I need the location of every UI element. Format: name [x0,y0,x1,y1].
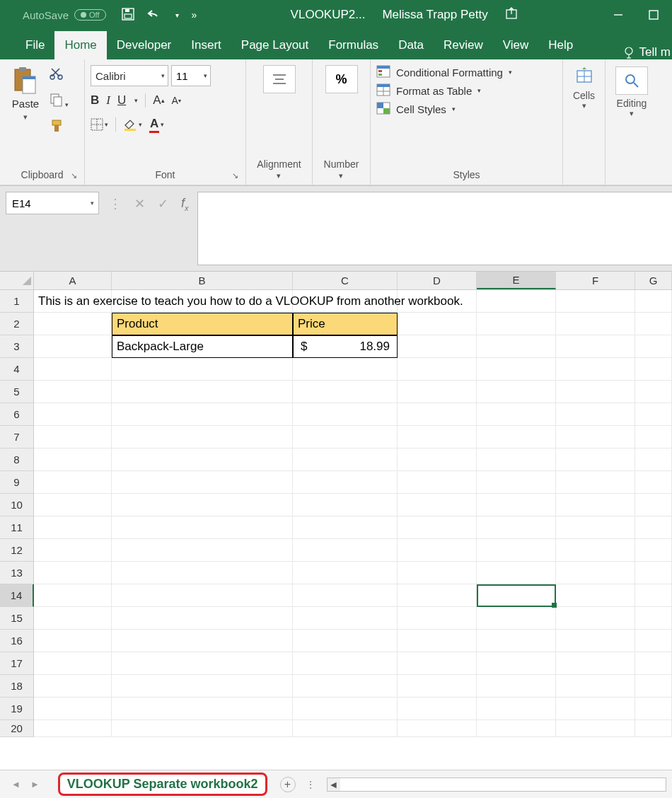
cell[interactable] [477,313,556,335]
cell[interactable] [34,698,112,720]
font-name-select[interactable]: Calibri▾ [91,65,168,86]
conditional-formatting-button[interactable]: Conditional Formatting▾ [376,65,512,79]
cell[interactable] [477,449,556,471]
cell[interactable] [477,516,556,539]
borders-button[interactable]: ▾ [91,118,108,131]
sheet-options-icon[interactable]: ⋮ [306,779,317,790]
cell[interactable] [635,335,672,358]
cell[interactable] [635,494,672,516]
cell[interactable] [293,403,398,426]
cell[interactable] [398,449,477,471]
cell[interactable] [398,403,477,426]
cell[interactable] [635,449,672,471]
cell-c3[interactable]: $ 18.99 [293,335,398,358]
cell[interactable] [556,652,635,675]
row-header[interactable]: 17 [0,652,34,675]
cell[interactable] [112,426,293,449]
cell[interactable] [477,675,556,698]
cell[interactable] [34,720,112,737]
col-header-f[interactable]: F [556,272,635,289]
cell[interactable] [556,381,635,403]
cell[interactable] [112,562,293,584]
cell[interactable] [112,652,293,675]
cut-icon[interactable] [50,66,69,83]
row-header[interactable]: 7 [0,426,34,449]
italic-button[interactable]: I [106,93,110,108]
cell[interactable] [293,381,398,403]
cell[interactable] [112,381,293,403]
tab-developer[interactable]: Developer [107,31,182,59]
cell[interactable] [635,584,672,607]
shrink-font-button[interactable]: A▾ [172,95,181,106]
cell[interactable] [34,403,112,426]
cell[interactable] [556,358,635,381]
cell[interactable] [477,335,556,358]
cell[interactable] [477,494,556,516]
cell[interactable] [34,426,112,449]
cell[interactable] [635,675,672,698]
format-as-table-button[interactable]: Format as Table▾ [376,83,512,98]
insert-function-icon[interactable]: fx [181,196,189,212]
clipboard-launcher[interactable]: ↘ [71,171,77,180]
cell-b3[interactable]: Backpack-Large [112,335,293,358]
maximize-button[interactable] [647,8,661,22]
row-header[interactable]: 6 [0,403,34,426]
tab-file[interactable]: File [16,31,54,59]
cell[interactable] [398,494,477,516]
cell[interactable] [112,675,293,698]
number-format-button[interactable]: % [325,65,358,93]
cell-e14[interactable] [477,584,556,607]
cell[interactable] [477,562,556,584]
alignment-button[interactable] [263,65,296,93]
cell-a1[interactable]: This is an exercise to teach you how to … [34,290,112,313]
font-size-select[interactable]: 11▾ [171,65,211,86]
row-header[interactable]: 15 [0,607,34,630]
cell[interactable] [34,381,112,403]
cell[interactable] [293,358,398,381]
tab-home[interactable]: Home [54,31,106,59]
cell[interactable] [556,494,635,516]
cell[interactable] [556,630,635,652]
minimize-button[interactable] [611,8,625,22]
cell[interactable] [398,426,477,449]
cell[interactable] [293,698,398,720]
cell[interactable] [293,539,398,562]
add-sheet-button[interactable]: + [280,777,296,792]
cell[interactable] [556,584,635,607]
tab-insert[interactable]: Insert [181,31,231,59]
cell[interactable] [556,449,635,471]
cell[interactable] [398,652,477,675]
tab-data[interactable]: Data [388,31,434,59]
cell[interactable] [635,290,672,313]
cell[interactable] [477,539,556,562]
cell[interactable] [477,607,556,630]
grow-font-button[interactable]: A▴ [153,93,164,108]
row-header[interactable]: 11 [0,516,34,539]
cell[interactable] [398,516,477,539]
cell[interactable] [398,381,477,403]
cell[interactable] [293,630,398,652]
font-color-button[interactable]: A▾ [149,117,164,133]
undo-icon[interactable] [147,8,163,23]
cell[interactable] [112,720,293,737]
find-button[interactable] [615,66,648,95]
cell[interactable] [34,562,112,584]
cell[interactable] [34,335,112,358]
font-launcher[interactable]: ↘ [232,171,238,180]
cell[interactable] [398,562,477,584]
tab-formulas[interactable]: Formulas [318,31,388,59]
cell-styles-button[interactable]: Cell Styles▾ [376,102,512,116]
row-header[interactable]: 9 [0,471,34,494]
cell[interactable] [556,313,635,335]
col-header-b[interactable]: B [112,272,293,289]
cell[interactable] [293,562,398,584]
sheet-nav-next-icon[interactable]: ► [30,779,40,790]
cell[interactable] [556,403,635,426]
cell[interactable] [293,494,398,516]
cell[interactable] [293,471,398,494]
row-header[interactable]: 16 [0,630,34,652]
save-icon[interactable] [122,8,134,23]
cell[interactable] [398,698,477,720]
col-header-e[interactable]: E [477,272,556,289]
cell[interactable] [635,562,672,584]
